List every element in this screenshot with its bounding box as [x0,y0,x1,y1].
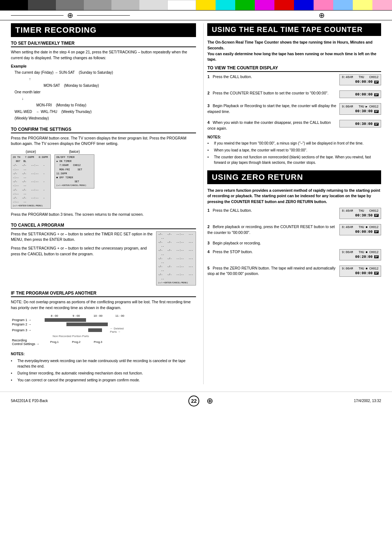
daily-weekly-body: When setting the date in the step 4 on p… [11,49,196,61]
confirm-settings-section: TO CONFIRM THE SETTINGS Press the PROGRA… [11,127,196,218]
zr-step-3: 3 Begin playback or recording. [207,240,381,246]
zr-counter-step4: 9:00AM THU ■ CH012 00:20:00 SP [339,249,381,260]
note-3: • You can correct or cancel the programm… [11,377,196,383]
zero-return-section: USING ZERO RETURN The zero return functi… [207,170,381,279]
footer-right-text: 17/4/2002, 13:32 [354,399,381,403]
cb-magenta [255,0,274,10]
cb-green [235,0,255,10]
overlap-diagram: 8 : 00 9 : 00 10 : 00 11 : 00 Program 1 … [11,314,196,346]
cb-white [167,0,196,10]
cancel-screen: -/- -/- --:-- --- -- -/- -/- --:-- --- -… [156,231,196,286]
step-2: 00:00:00 SP 2 Press the COUNTER RESET bu… [207,90,381,100]
cb-verylightgray [139,0,167,10]
step-1: 8:40AM THU CH012 00:00:00 SP 1 Press the… [207,74,381,88]
screen-once: 20 TH 7:00PM 0:30PM 007 BL -/- -/- --:--… [11,154,51,209]
footer-left-code: 5A42201A E P20-Back [11,399,48,403]
cb-red [274,0,294,10]
cancel-program-section: TO CANCEL A PROGRAM Press the SET/TRACKI… [11,223,196,286]
cancel-body2: Press the SET/TRACKING + or – button to … [11,246,153,257]
color-bar-row [0,0,392,10]
color-bar-right [196,0,392,10]
twice-label: (twice) [69,150,79,154]
cb-lightpink [372,0,392,10]
once-label: (once) [26,150,36,154]
cb-lightgray [111,0,139,10]
view-counter-title: TO VIEW THE COUNTER DISPLAY [207,65,381,72]
cb-blue [294,0,314,10]
cb-darkgray [28,0,56,10]
crosshair-right: ⊕ [315,11,328,20]
timer-recording-title: TIMER RECORDING [11,23,196,37]
notes-section: NOTES: • The everyday/every week recordi… [11,351,196,383]
screen-twice: ON/OFF TIMER ● ON TIMER 7:00AM CH012 MON… [54,154,94,189]
cb-lightblue [333,0,353,10]
cancel-program-title: TO CANCEL A PROGRAM [11,223,196,229]
zr-counter-step1: 8:40AM THU CH012 00:30:50 SP [339,208,381,219]
real-time-title: USING THE REAL TIME TAPE COUNTER [207,23,381,36]
left-column: TIMER RECORDING TO SET DAILY/WEEKLY TIME… [11,23,203,384]
cb-cyan [216,0,235,10]
overlaps-section: IF THE PROGRAM OVERLAPS ANOTHER NOTE: Do… [11,291,196,346]
zero-return-body: The zero return function provides a conv… [207,188,381,205]
example-diagram: The current day (Friday) → SUN-SAT (Sund… [15,69,196,122]
zr-step-1: 8:40AM THU CH012 00:30:50 SP 1 Press the… [207,208,381,221]
crosshair-center: ⊕ [64,11,77,20]
main-content: TIMER RECORDING TO SET DAILY/WEEKLY TIME… [0,23,392,384]
confirm-screens-row: (once) 20 TH 7:00PM 0:30PM 007 BL -/- -/… [11,150,196,209]
screen-once-container: (once) 20 TH 7:00PM 0:30PM 007 BL -/- -/… [11,150,51,209]
confirm-body2: Press the PROGRAM button 3 times. The sc… [11,212,196,218]
zero-return-title: USING ZERO RETURN [207,170,381,184]
overlaps-title: IF THE PROGRAM OVERLAPS ANOTHER [11,291,196,297]
step-4: 00:30:00 SP 4 When you wish to make the … [207,120,381,131]
overlaps-note: NOTE: Do not overlap programs as portion… [11,299,196,311]
counter-step3: 9:00AM THU ▶ CH012 00:30:00 SP [339,103,381,115]
real-time-note-3: • The counter does not function on nonre… [207,154,381,165]
cb-medgray [84,0,112,10]
screen-twice-container: (twice) ON/OFF TIMER ● ON TIMER 7:00AM C… [54,150,94,189]
note-2: • During timer recording, the automatic … [11,370,196,376]
zr-step-5: 9:00AM THU ■ CH012 00:00:00 SP 5 Press t… [207,266,381,279]
real-time-note-1: • If you rewind the tape from "00:00:00"… [207,141,381,146]
cb-gray [56,0,84,10]
example-label: Example [11,64,196,68]
right-column: USING THE REAL TIME TAPE COUNTER The On-… [203,23,381,384]
confirm-settings-title: TO CONFIRM THE SETTINGS [11,127,196,133]
zr-counter-step5: 9:00AM THU ■ CH012 00:00:00 SP [339,266,381,277]
daily-weekly-section: TO SET DAILY/WEEKLY TIMER When setting t… [11,41,196,122]
real-time-note-2: • When you load a tape, the counter will… [207,147,381,153]
daily-weekly-title: TO SET DAILY/WEEKLY TIMER [11,41,196,47]
counter-step2: 00:00:00 SP [339,90,381,98]
zr-counter-step2: 8:40AM THU ■ CH012 00:00:00 SP [339,224,381,235]
counter-step1: 8:40AM THU CH012 00:00:00 SP [339,74,381,85]
real-time-counter-section: USING THE REAL TIME TAPE COUNTER The On-… [207,23,381,165]
zr-step-4: 9:00AM THU ■ CH012 00:20:00 SP 4 Press t… [207,249,381,263]
cancel-body1: Press the SET/TRACKING + or – button to … [11,231,153,243]
page-footer: 5A42201A E P20-Back 22 ⊕ 17/4/2002, 13:3… [0,392,392,410]
page-number: 22 [188,396,199,406]
real-time-body-bold: The On-Screen Real Time Tape Counter sho… [207,40,381,62]
step-3: 9:00AM THU ▶ CH012 00:30:00 SP 3 Begin P… [207,103,381,117]
crosshair-footer-icon: ⊕ [207,396,213,406]
cb-pink [314,0,333,10]
note-1: • The everyday/every week recording can … [11,358,196,369]
cb-black [0,0,28,10]
cb-yellow [196,0,216,10]
cb-lightyellow [353,0,372,10]
real-time-notes: NOTES: • If you rewind the tape from "00… [207,134,381,165]
counter-step4: 00:30:00 SP [339,120,381,127]
color-bar-left [0,0,196,10]
zr-step-2: 8:40AM THU ■ CH012 00:00:00 SP 2 Before … [207,224,381,238]
confirm-settings-body: Press the PROGRAM button once. The TV sc… [11,135,196,147]
